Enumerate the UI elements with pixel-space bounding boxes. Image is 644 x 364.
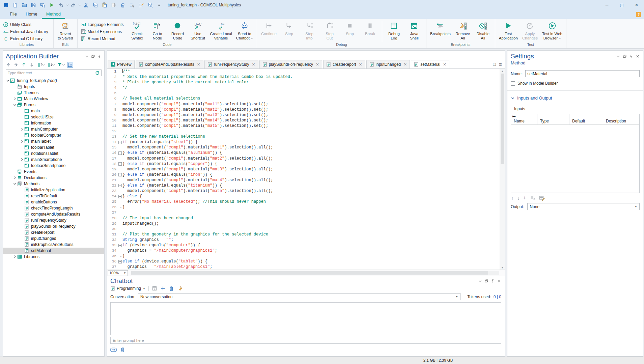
- move-up-icon[interactable]: ↑: [511, 196, 514, 201]
- float-icon[interactable]: [622, 54, 627, 58]
- tree-item-mainSmartphone[interactable]: mainSmartphone: [3, 157, 104, 163]
- minimize-button[interactable]: ─: [599, 0, 614, 10]
- fold-marker[interactable]: [117, 139, 122, 145]
- float-icon[interactable]: [484, 279, 488, 283]
- collapse-arrow-icon[interactable]: [12, 103, 17, 107]
- back-arrow-button[interactable]: [6, 62, 11, 67]
- close-button[interactable]: ✕: [629, 0, 644, 10]
- check-syntax-button[interactable]: [ABC]Check Syntax: [127, 20, 147, 40]
- tree-item-resetToDefault[interactable]: resetToDefault: [3, 193, 104, 199]
- expand-arrow-icon[interactable]: [19, 139, 24, 143]
- tree-item-Events[interactable]: Events: [3, 169, 104, 175]
- float-icon[interactable]: [91, 54, 95, 58]
- fold-marker[interactable]: [117, 243, 122, 248]
- ribbon-tab-home[interactable]: Home: [21, 10, 42, 19]
- close-icon[interactable]: [635, 54, 640, 58]
- chevron-down-icon[interactable]: [616, 54, 620, 58]
- external-c-library-button[interactable]: CExternal C Library: [2, 35, 49, 42]
- tree-item-checkFindProngLength[interactable]: checkFindProngLength: [3, 205, 104, 211]
- delete-button[interactable]: [118, 1, 127, 9]
- save-button[interactable]: [29, 1, 38, 9]
- breakpoints-button[interactable]: Breakpoints: [428, 20, 452, 36]
- tree-item-information[interactable]: information: [3, 120, 104, 126]
- chatbot-prompt-input[interactable]: Enter prompt here: [110, 337, 501, 344]
- forward-arrow-button[interactable]: [13, 62, 19, 67]
- paste-button[interactable]: [100, 1, 109, 9]
- tree-item-mainComputer[interactable]: mainComputer: [3, 126, 104, 132]
- open-file-button[interactable]: [20, 1, 29, 9]
- tree-item-Main-Window[interactable]: Main Window: [3, 96, 104, 102]
- ribbon-tab-file[interactable]: File: [5, 10, 21, 19]
- move-down-icon[interactable]: ↓: [517, 196, 520, 201]
- debug-log-button[interactable]: Debug Log: [384, 20, 404, 40]
- pin-icon[interactable]: [629, 54, 633, 58]
- expand-all-button[interactable]: [37, 62, 45, 67]
- app-logo-button[interactable]: [2, 1, 10, 9]
- move-columns-icon[interactable]: ▶▶: [512, 115, 515, 118]
- close-tab-icon[interactable]: ✕: [197, 62, 200, 67]
- editor-tab-runFrequencyStudy[interactable]: runFrequencyStudy✕: [204, 60, 258, 68]
- language-elements-button[interactable]: ABCLanguage Elements: [80, 21, 125, 28]
- broom-icon[interactable]: [177, 286, 183, 291]
- fold-marker[interactable]: [117, 172, 122, 177]
- use-shortcut-button[interactable]: B+CUse Shortcut: [188, 20, 207, 40]
- undo-dropdown[interactable]: [65, 1, 69, 9]
- send-icon[interactable]: [110, 347, 117, 353]
- close-icon[interactable]: [497, 279, 501, 283]
- add-icon[interactable]: [160, 286, 166, 291]
- editor-tab-computeAndUpdateResults[interactable]: computeAndUpdateResults✕: [136, 60, 203, 68]
- edit-table-icon[interactable]: [539, 196, 545, 201]
- new-file-button[interactable]: [11, 1, 20, 9]
- delete-list-icon[interactable]: [530, 196, 535, 200]
- editor-tab-playSoundForFrequency[interactable]: playSoundForFrequency✕: [259, 60, 322, 68]
- tree-item-Themes[interactable]: Themes: [3, 90, 104, 96]
- fold-marker[interactable]: [117, 150, 122, 156]
- tree-item-Declarations[interactable]: Declarations: [3, 175, 104, 181]
- filter-funnel-button[interactable]: [57, 62, 65, 67]
- fold-marker[interactable]: [117, 161, 122, 167]
- disable-all-button[interactable]: Disable All: [473, 20, 493, 40]
- record-code-button[interactable]: Record Code: [168, 20, 187, 40]
- scrollbar-thumb[interactable]: [501, 74, 504, 164]
- conversation-dropdown[interactable]: New conversation ▼: [138, 293, 460, 300]
- tree-item-setMaterial[interactable]: setMaterial: [3, 248, 104, 254]
- redo-dropdown[interactable]: [78, 1, 82, 9]
- editor-horizontal-scrollbar[interactable]: [131, 271, 499, 275]
- column-header-description[interactable]: Description: [603, 114, 636, 124]
- tree-item-enableButtons[interactable]: enableButtons: [3, 199, 104, 205]
- collapse-arrow-icon[interactable]: [12, 182, 17, 186]
- cut-button[interactable]: [82, 1, 91, 9]
- select-region-button[interactable]: [128, 1, 136, 9]
- maximize-button[interactable]: ▢: [614, 0, 629, 10]
- tree-item-inputChanged[interactable]: inputChanged: [3, 235, 104, 242]
- column-header-unit[interactable]: Unit: [636, 114, 639, 124]
- tree-item-Methods[interactable]: Methods: [3, 181, 104, 187]
- name-field[interactable]: setMaterial: [525, 70, 640, 77]
- save-search-button[interactable]: [38, 1, 47, 9]
- collapse-all-button[interactable]: [47, 62, 55, 67]
- duplicate-button[interactable]: [109, 1, 118, 9]
- send-to-chatbot-button[interactable]: Send to Chatbot: [234, 20, 255, 40]
- tree-item-selectUISize[interactable]: selectUISize: [3, 114, 104, 120]
- chevron-down-icon[interactable]: [84, 54, 89, 58]
- editor-tab-createReport[interactable]: createReport✕: [323, 60, 365, 68]
- show-in-model-builder-checkbox[interactable]: [511, 81, 515, 86]
- toggle-editor-button[interactable]: [67, 62, 73, 68]
- filter-input[interactable]: Type filter text: [6, 69, 102, 76]
- remove-all-button[interactable]: Remove All: [453, 20, 473, 40]
- tree-item-toolbarTablet[interactable]: toolbarTablet: [3, 144, 104, 150]
- fold-marker[interactable]: [117, 194, 122, 199]
- document-search-button[interactable]: [146, 1, 155, 9]
- external-java-library-button[interactable]: JavaExternal Java Library: [2, 28, 49, 35]
- go-to-node-button[interactable]: Go to Node: [147, 20, 167, 40]
- overflow-chevron-button[interactable]: [155, 1, 164, 9]
- scroll-up-icon[interactable]: ▲: [500, 69, 505, 73]
- inputs-table[interactable]: ▶▶ NameTypeDefaultDescriptionUnit: [511, 114, 640, 193]
- close-tab-icon[interactable]: ✕: [443, 62, 446, 67]
- tree-item-notationsTablet[interactable]: notationsTablet: [3, 150, 104, 157]
- tree-item-playSoundForFrequency[interactable]: playSoundForFrequency: [3, 223, 104, 229]
- model-expressions-button[interactable]: a=Model Expressions: [80, 28, 125, 35]
- inputs-and-output-section[interactable]: Inputs and Output: [511, 95, 640, 101]
- expand-arrow-icon[interactable]: [12, 255, 17, 259]
- editor-tab-inputChanged[interactable]: inputChanged✕: [366, 60, 410, 68]
